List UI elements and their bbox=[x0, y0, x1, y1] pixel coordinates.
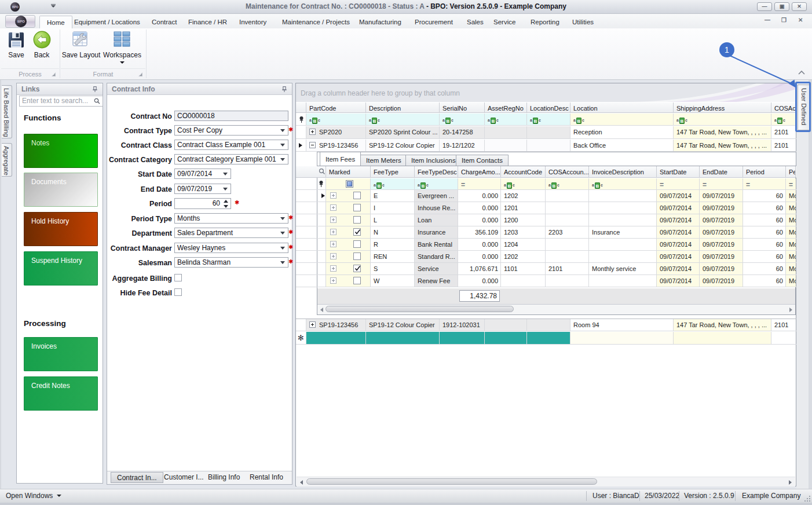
svg-text:1: 1 bbox=[725, 45, 729, 54]
